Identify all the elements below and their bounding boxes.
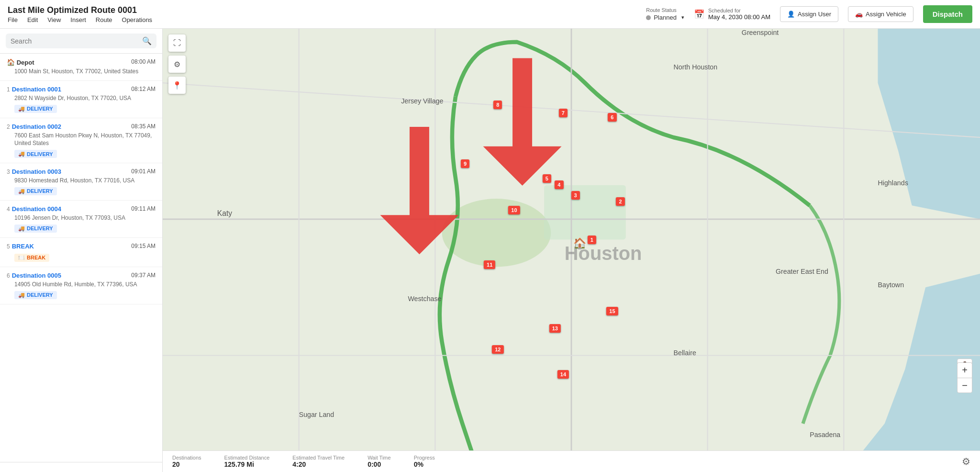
menu-view[interactable]: View bbox=[47, 16, 61, 23]
dispatch-button[interactable]: Dispatch bbox=[923, 5, 972, 23]
stop-address: 1000 Main St, Houston, TX 77002, United … bbox=[14, 67, 156, 76]
menu-edit[interactable]: Edit bbox=[27, 16, 38, 23]
truck-icon: 🚚 bbox=[18, 188, 25, 194]
route-status-text: Planned bbox=[654, 14, 677, 21]
stop-time: 08:00 AM bbox=[131, 58, 156, 65]
route-list-item[interactable]: 🏠 Depot 08:00 AM 1000 Main St, Houston, … bbox=[0, 54, 162, 81]
marker-10[interactable]: 10 bbox=[508, 206, 520, 214]
status-dot bbox=[646, 15, 651, 20]
truck-icon: 🚚 bbox=[18, 292, 25, 298]
delivery-badge: 🚚 DELIVERY bbox=[14, 105, 57, 113]
route-status-value[interactable]: Planned ▾ bbox=[646, 14, 684, 21]
marker-13[interactable]: 13 bbox=[549, 324, 561, 333]
travel-time-label: Estimated Travel Time bbox=[292, 455, 345, 461]
svg-text:North Houston: North Houston bbox=[674, 63, 718, 71]
depot-map-marker: 🏠 bbox=[573, 237, 586, 250]
calendar-icon: 📅 bbox=[694, 9, 704, 20]
marker-14[interactable]: 14 bbox=[557, 370, 569, 379]
marker-12[interactable]: 12 bbox=[492, 345, 503, 354]
svg-rect-2 bbox=[544, 185, 626, 240]
stop-number: 4 bbox=[7, 206, 10, 213]
stop-number: 6 bbox=[7, 272, 10, 279]
menu-file[interactable]: File bbox=[8, 16, 18, 23]
user-icon: 👤 bbox=[787, 11, 795, 18]
menu-operations[interactable]: Operations bbox=[122, 16, 153, 23]
route-item-header: 4Destination 0004 09:11 AM bbox=[7, 205, 156, 213]
marker-8[interactable]: 8 bbox=[493, 101, 502, 109]
stop-number: 2 bbox=[7, 124, 10, 130]
route-item-header: 3Destination 0003 09:01 AM bbox=[7, 168, 156, 175]
assign-vehicle-label: Assign Vehicle bbox=[866, 11, 906, 18]
marker-3[interactable]: 3 bbox=[571, 191, 579, 200]
stop-number: 1 bbox=[7, 86, 10, 93]
marker-9[interactable]: 9 bbox=[461, 159, 469, 168]
sidebar-bottom-stats bbox=[0, 462, 162, 472]
svg-text:Greenspoint: Greenspoint bbox=[742, 29, 779, 37]
map-area[interactable]: Houston Katy Jersey Village North Housto… bbox=[163, 29, 980, 450]
fullscreen-button[interactable]: ⛶ bbox=[168, 34, 186, 52]
stop-name: Destination 0002 bbox=[12, 123, 61, 130]
wait-time-label: Wait Time bbox=[368, 455, 391, 461]
route-list-item[interactable]: 3Destination 0003 09:01 AM 9830 Homestea… bbox=[0, 163, 162, 201]
assign-user-label: Assign User bbox=[798, 11, 831, 18]
route-list-item[interactable]: 4Destination 0004 09:11 AM 10196 Jensen … bbox=[0, 201, 162, 238]
zoom-in-button[interactable]: + bbox=[957, 362, 972, 378]
header: Last Mile Optimized Route 0001 File Edit… bbox=[0, 0, 980, 29]
destinations-stat: Destinations 20 bbox=[172, 455, 201, 468]
settings-button[interactable]: ⚙ bbox=[168, 56, 186, 73]
marker-6[interactable]: 6 bbox=[608, 113, 616, 122]
stop-time: 09:15 AM bbox=[131, 243, 156, 249]
stop-time: 09:01 AM bbox=[131, 168, 156, 175]
stop-name-wrap: 🏠 Depot bbox=[7, 58, 34, 66]
menu-route[interactable]: Route bbox=[96, 16, 112, 23]
stop-name-wrap: 3Destination 0003 bbox=[7, 168, 61, 175]
assign-vehicle-button[interactable]: 🚗 Assign Vehicle bbox=[848, 6, 913, 22]
route-item-header: 1Destination 0001 08:12 AM bbox=[7, 86, 156, 93]
marker-1[interactable]: 1 bbox=[588, 236, 596, 244]
route-status-label: Route Status bbox=[646, 7, 677, 13]
travel-time-value: 4:20 bbox=[292, 461, 345, 468]
route-list-item[interactable]: 5BREAK 09:15 AM 🍽️ BREAK bbox=[0, 238, 162, 267]
wait-time-value: 0:00 bbox=[368, 461, 391, 468]
stop-time: 08:35 AM bbox=[131, 123, 156, 130]
marker-7[interactable]: 7 bbox=[559, 109, 568, 117]
zoom-out-button[interactable]: − bbox=[957, 378, 972, 393]
marker-5[interactable]: 5 bbox=[543, 174, 551, 183]
settings-gear-icon[interactable]: ⚙ bbox=[962, 456, 970, 467]
stop-address: 14905 Old Humble Rd, Humble, TX 77396, U… bbox=[14, 281, 156, 289]
route-list-item[interactable]: 6Destination 0005 09:37 AM 14905 Old Hum… bbox=[0, 267, 162, 304]
stop-time: 09:37 AM bbox=[131, 272, 156, 279]
search-input-wrap[interactable]: 🔍 bbox=[6, 34, 156, 48]
break-icon: 🍽️ bbox=[18, 255, 25, 261]
progress-label: Progress bbox=[414, 455, 435, 461]
header-right: Route Status Planned ▾ 📅 Scheduled for M… bbox=[646, 5, 972, 23]
marker-11[interactable]: 11 bbox=[484, 260, 495, 269]
delivery-badge: 🚚 DELIVERY bbox=[14, 187, 57, 195]
wait-time-stat: Wait Time 0:00 bbox=[368, 455, 391, 468]
assign-user-button[interactable]: 👤 Assign User bbox=[780, 6, 838, 22]
stop-name-wrap: 5BREAK bbox=[7, 243, 34, 250]
marker-15[interactable]: 15 bbox=[606, 307, 618, 315]
main-layout: 🔍 🏠 Depot 08:00 AM 1000 Main St, Houston… bbox=[0, 29, 980, 472]
location-button[interactable]: 📍 bbox=[168, 77, 186, 94]
stop-name: BREAK bbox=[12, 243, 34, 250]
marker-2[interactable]: 2 bbox=[616, 197, 624, 206]
stop-name: Destination 0001 bbox=[12, 86, 61, 93]
search-icon: 🔍 bbox=[142, 36, 152, 45]
header-left: Last Mile Optimized Route 0001 File Edit… bbox=[8, 5, 152, 23]
progress-value: 0% bbox=[414, 461, 435, 468]
menu-insert[interactable]: Insert bbox=[70, 16, 86, 23]
route-list-item[interactable]: 2Destination 0002 08:35 AM 7600 East Sam… bbox=[0, 118, 162, 164]
route-list-item[interactable]: 1Destination 0001 08:12 AM 2802 N Waysid… bbox=[0, 81, 162, 118]
bottom-stats-bar: Destinations 20 Estimated Distance 125.7… bbox=[163, 450, 980, 472]
search-input[interactable] bbox=[11, 37, 138, 45]
break-badge: 🍽️ BREAK bbox=[14, 254, 49, 262]
marker-4[interactable]: 4 bbox=[555, 180, 563, 189]
truck-icon: 🚚 bbox=[18, 151, 25, 157]
distance-label: Estimated Distance bbox=[224, 455, 270, 461]
delivery-badge: 🚚 DELIVERY bbox=[14, 150, 57, 158]
stop-time: 09:11 AM bbox=[131, 205, 156, 212]
stop-address: 10196 Jensen Dr, Houston, TX 77093, USA bbox=[14, 214, 156, 222]
stop-name-wrap: 2Destination 0002 bbox=[7, 123, 61, 130]
map-controls: ⛶ ⚙ 📍 bbox=[168, 34, 186, 94]
